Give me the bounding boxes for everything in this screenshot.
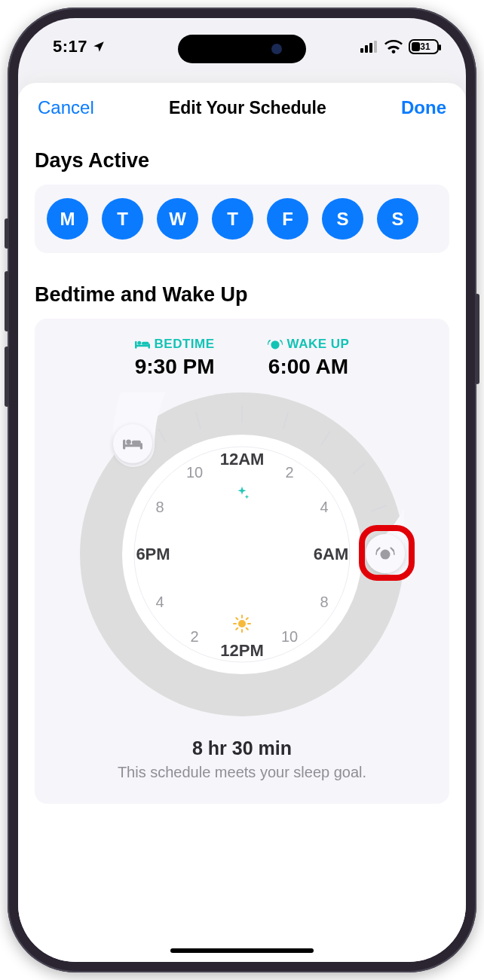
cancel-button[interactable]: Cancel <box>38 97 94 118</box>
sleep-card: BEDTIME 9:30 PM WAKE UP 6:00 AM <box>35 319 449 804</box>
day-sunday[interactable]: S <box>377 198 418 240</box>
wakeup-label: WAKE UP <box>287 337 350 352</box>
modal-sheet: Cancel Edit Your Schedule Done Days Acti… <box>18 83 466 962</box>
svg-point-30 <box>126 440 131 445</box>
day-wednesday[interactable]: W <box>157 198 198 240</box>
svg-line-14 <box>371 505 386 511</box>
wakeup-value: 6:00 AM <box>268 355 350 379</box>
bedtime-handle[interactable] <box>113 424 152 463</box>
svg-rect-2 <box>369 43 372 53</box>
bedtime-title: Bedtime and Wake Up <box>35 283 449 307</box>
svg-rect-28 <box>123 440 125 450</box>
wifi-icon <box>384 40 403 53</box>
duration-summary: 8 hr 30 min This schedule meets your sle… <box>42 737 442 781</box>
svg-rect-31 <box>132 441 141 444</box>
svg-rect-5 <box>135 341 137 349</box>
status-time: 5:17 <box>53 37 106 56</box>
days-active-title: Days Active <box>35 149 449 172</box>
sheet-header: Cancel Edit Your Schedule Done <box>18 83 466 133</box>
svg-point-26 <box>134 447 350 662</box>
svg-rect-0 <box>360 48 363 53</box>
page-title: Edit Your Schedule <box>169 98 326 118</box>
bed-icon <box>135 339 150 350</box>
wakeup-column: WAKE UP 6:00 AM <box>268 337 350 379</box>
volume-up-button <box>5 271 9 331</box>
day-monday[interactable]: M <box>47 198 88 240</box>
side-button <box>5 218 9 249</box>
day-tuesday[interactable]: T <box>102 198 143 240</box>
svg-rect-4 <box>135 345 150 347</box>
sleep-dial[interactable]: 12AM 2 4 6AM 8 10 12PM 2 4 6PM 8 <box>80 392 404 716</box>
dynamic-island <box>178 35 306 63</box>
bedtime-value: 9:30 PM <box>135 355 215 379</box>
done-button[interactable]: Done <box>401 97 446 118</box>
duration-text: 8 hr 30 min <box>42 737 442 759</box>
bedtime-label: BEDTIME <box>155 337 215 352</box>
svg-point-32 <box>381 550 391 560</box>
tick-ring <box>131 444 353 665</box>
bedtime-column: BEDTIME 9:30 PM <box>135 337 215 379</box>
home-indicator[interactable] <box>170 948 314 953</box>
day-saturday[interactable]: S <box>322 198 363 240</box>
clock-face: 12AM 2 4 6AM 8 10 12PM 2 4 6PM 8 <box>137 450 347 659</box>
svg-rect-27 <box>123 444 142 447</box>
goal-text: This schedule meets your sleep goal. <box>42 764 442 781</box>
day-friday[interactable]: F <box>267 198 308 240</box>
svg-point-7 <box>137 341 141 345</box>
phone-frame: 5:17 31 Cancel Edit Your Schedule Done D… <box>8 8 476 972</box>
svg-line-15 <box>196 412 201 429</box>
svg-rect-3 <box>374 41 377 53</box>
location-icon <box>92 40 106 53</box>
clock-text: 5:17 <box>53 37 87 56</box>
alarm-icon <box>268 338 283 350</box>
svg-rect-8 <box>142 342 149 345</box>
cellular-icon <box>360 41 378 53</box>
day-thursday[interactable]: T <box>212 198 253 240</box>
days-active-card: M T W T F S S <box>35 185 449 253</box>
svg-rect-1 <box>365 45 368 53</box>
wakeup-handle[interactable] <box>366 534 405 573</box>
svg-line-13 <box>353 463 365 474</box>
volume-down-button <box>5 347 9 407</box>
power-button <box>475 294 479 384</box>
svg-line-11 <box>283 412 288 429</box>
battery-percent: 31 <box>412 41 439 52</box>
svg-line-16 <box>158 429 166 442</box>
svg-point-9 <box>271 340 279 349</box>
battery-icon: 31 <box>409 39 439 54</box>
screen: 5:17 31 Cancel Edit Your Schedule Done D… <box>18 18 466 962</box>
